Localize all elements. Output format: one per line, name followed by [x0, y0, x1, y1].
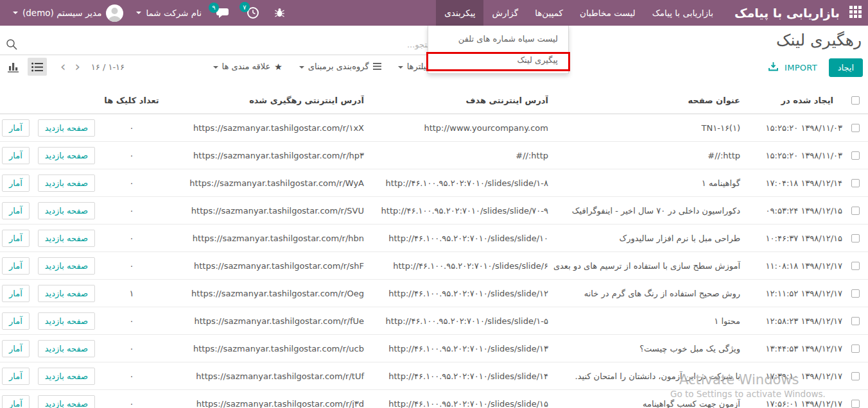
groupby-label: گروه‌بندی برمبنای	[308, 62, 369, 71]
table-row[interactable]: ۱۵:۲۵:۲۰ ۱۳۹۸/۱۱/۰۳ #//:http #//:http ht…	[0, 142, 868, 169]
menu-item-blacklist[interactable]: لیست سیاه شماره های تلفن	[428, 28, 568, 49]
page-title-cell: آزمون جهت کسب گواهینامه	[553, 399, 749, 408]
tracked-url-cell: https://sazmanyar.tashilgostar.com/r/hp۳	[161, 151, 369, 160]
select-all-checkbox[interactable]	[851, 96, 860, 105]
row-checkbox[interactable]	[851, 317, 860, 325]
created-on-cell: ۱۲:۱۱:۵۲ ۱۳۹۸/۱۲/۱۷	[749, 289, 842, 298]
target-url-cell: http://۴۶.۱۰۰.۹۵.۲۰۲:۷۰۱۰/slides/slide/۱…	[369, 316, 553, 326]
stats-button[interactable]: آمار	[2, 257, 30, 275]
row-checkbox[interactable]	[851, 234, 860, 242]
column-header-clicks[interactable]: تعداد کلیک ها	[103, 96, 161, 105]
menu-item-link-tracker[interactable]: پیگیری لینک	[428, 49, 568, 71]
chevron-down-icon	[213, 66, 218, 69]
row-checkbox[interactable]	[851, 400, 860, 408]
pager-next-icon[interactable]: ›	[70, 58, 84, 75]
page-title-cell: #//:http	[553, 151, 749, 160]
table-row[interactable]: ۰۹:۵۳:۲۴ ۱۳۹۸/۱۲/۱۵ دکوراسیون داخلی در ۷…	[0, 197, 868, 225]
table-row[interactable]: ۱۱:۰۸:۱۸ ۱۳۹۸/۱۲/۱۷ آموزش سطح سازی با اس…	[0, 252, 868, 280]
visit-page-button[interactable]: صفحه بازدید	[38, 147, 95, 164]
visit-page-button[interactable]: صفحه بازدید	[38, 285, 95, 302]
favorites-dropdown[interactable]: ★ علاقه مندی ها	[213, 62, 282, 71]
create-button[interactable]: ایجاد	[829, 58, 863, 77]
row-checkbox[interactable]	[851, 179, 860, 187]
click-count-cell: ۰	[103, 399, 161, 408]
nav-item-campaigns[interactable]: کمپین‌ها	[526, 0, 571, 26]
visit-page-button[interactable]: صفحه بازدید	[38, 257, 95, 275]
created-on-cell: ۱۷:۰۴:۱۸ ۱۳۹۸/۱۲/۱۴	[749, 178, 842, 188]
bar-chart-icon	[8, 62, 20, 72]
visit-page-button[interactable]: صفحه بازدید	[38, 119, 95, 137]
table-body: ۱۵:۲۵:۲۰ ۱۳۹۸/۱۱/۰۳ TN۱-۱۶(۱) http://www…	[0, 114, 868, 408]
stats-button[interactable]: آمار	[2, 285, 30, 302]
stats-button[interactable]: آمار	[2, 174, 30, 192]
table-row[interactable]: ۱۲:۵۸:۲۳ ۱۳۹۸/۱۲/۱۷ محتوا ۱ http://۴۶.۱۰…	[0, 307, 868, 335]
table-row[interactable]: ۱۲:۱۱:۵۲ ۱۳۹۸/۱۲/۱۷ روش صحیح استفاده از …	[0, 280, 868, 307]
column-header-target-url[interactable]: آدرس اینترنتی هدف	[369, 96, 553, 105]
activities-menu[interactable]: ۷	[247, 6, 259, 19]
stats-button[interactable]: آمار	[2, 202, 30, 219]
list-view-button[interactable]	[28, 58, 47, 76]
stats-button[interactable]: آمار	[2, 230, 30, 247]
row-checkbox[interactable]	[851, 289, 860, 298]
table-row[interactable]: ۱۰:۴۶:۳۷ ۱۳۹۸/۱۲/۱۵ طراحی مبل با نرم افز…	[0, 225, 868, 252]
visit-page-button[interactable]: صفحه بازدید	[38, 395, 95, 408]
stats-button[interactable]: آمار	[2, 312, 30, 330]
target-url-cell: http://۴۶.۱۰۰.۹۵.۲۰۲:۷۰۱۰/slides/slide/۱…	[369, 178, 553, 188]
table-row[interactable]: ۱۷:۵۶:۰۱ ۱۳۹۸/۱۲/۱۷ آزمون جهت کسب گواهین…	[0, 390, 868, 408]
row-checkbox[interactable]	[851, 372, 860, 380]
stats-button[interactable]: آمار	[2, 368, 30, 385]
messages-menu[interactable]: ۹	[216, 7, 231, 19]
company-switcher[interactable]: نام شرکت شما	[136, 8, 201, 18]
nav-item-contact-lists[interactable]: لیست مخاطبان	[571, 0, 644, 26]
row-checkbox[interactable]	[851, 262, 860, 270]
tracked-url-cell: https://sazmanyar.tashilgostar.com/r/fUe	[161, 316, 369, 326]
click-count-cell: ۰	[103, 234, 161, 243]
row-checkbox[interactable]	[851, 151, 860, 160]
stats-button[interactable]: آمار	[2, 147, 30, 164]
visit-page-button[interactable]: صفحه بازدید	[38, 230, 95, 247]
click-count-cell: ۱	[103, 289, 161, 298]
table-row[interactable]: ۱۳:۴۴:۵۳ ۱۳۹۸/۱۲/۱۷ ویژگی یک مبل خوب چیس…	[0, 335, 868, 362]
debug-bug-icon[interactable]	[275, 8, 284, 18]
stats-button[interactable]: آمار	[2, 340, 30, 357]
visit-page-button[interactable]: صفحه بازدید	[38, 340, 95, 357]
graph-view-button[interactable]	[4, 58, 23, 76]
column-header-title[interactable]: عنوان صفحه	[553, 96, 749, 105]
tracked-url-cell: https://sazmanyar.tashilgostar.com/r/Oeg	[161, 289, 369, 298]
visit-page-button[interactable]: صفحه بازدید	[38, 368, 95, 385]
column-header-created[interactable]: ایجاد شده در	[749, 96, 842, 105]
user-silhouette-icon	[106, 4, 123, 22]
tracked-url-cell: https://sazmanyar.tashilgostar.com/r/WyA	[161, 178, 369, 188]
page-title-cell: TN۱-۱۶(۱)	[553, 123, 749, 133]
import-link[interactable]: IMPORT	[785, 63, 817, 72]
click-count-cell: ۰	[103, 261, 161, 271]
nav-item-configuration[interactable]: پیکربندی	[436, 0, 483, 26]
table-row[interactable]: ۱۷:۳۹:۱۰ ۱۳۹۸/۱۲/۱۷ با شرکت در این آزمون…	[0, 362, 868, 390]
target-url-cell: http://۴۶.۱۰۰.۹۵.۲۰۲:۷۰۱۰/slides/slide/۱…	[369, 371, 553, 381]
row-checkbox[interactable]	[851, 207, 860, 215]
visit-page-button[interactable]: صفحه بازدید	[38, 312, 95, 330]
search-input[interactable]	[19, 35, 440, 54]
user-menu[interactable]: مدیر سیستم (demo)	[13, 4, 123, 22]
row-checkbox[interactable]	[851, 344, 860, 353]
filters-label: فیلترها	[407, 62, 430, 71]
table-row[interactable]: ۱۵:۲۵:۲۰ ۱۳۹۸/۱۱/۰۳ TN۱-۱۶(۱) http://www…	[0, 114, 868, 142]
export-download-icon[interactable]	[768, 62, 778, 74]
target-url-cell: http://۴۶.۱۰۰.۹۵.۲۰۲:۷۰۱۰/slides/slide/۷…	[369, 206, 553, 216]
chevron-down-icon	[299, 66, 304, 69]
nav-item-reporting[interactable]: گزارش	[483, 0, 526, 26]
click-count-cell: ۰	[103, 178, 161, 188]
stats-button[interactable]: آمار	[2, 395, 30, 408]
visit-page-button[interactable]: صفحه بازدید	[38, 174, 95, 192]
stats-button[interactable]: آمار	[2, 119, 30, 137]
column-header-tracked-url[interactable]: آدرس اینترنتی رهگیری شده	[161, 96, 369, 105]
pager-previous-icon[interactable]: ‹	[56, 58, 70, 75]
groupby-dropdown[interactable]: گروه‌بندی برمبنای	[299, 62, 381, 71]
visit-page-button[interactable]: صفحه بازدید	[38, 202, 95, 219]
created-on-cell: ۱۵:۲۵:۲۰ ۱۳۹۸/۱۱/۰۳	[749, 151, 842, 160]
apps-grid-icon[interactable]	[847, 6, 862, 20]
table-row[interactable]: ۱۷:۰۴:۱۸ ۱۳۹۸/۱۲/۱۴ گواهینامه ۱ http://۴…	[0, 169, 868, 197]
row-checkbox[interactable]	[851, 124, 860, 132]
nav-item-sms-marketing[interactable]: بازاریابی با پیامک	[644, 0, 722, 26]
page-title-cell: آموزش سطح سازی با استفاده از ترسیم های د…	[553, 261, 749, 271]
